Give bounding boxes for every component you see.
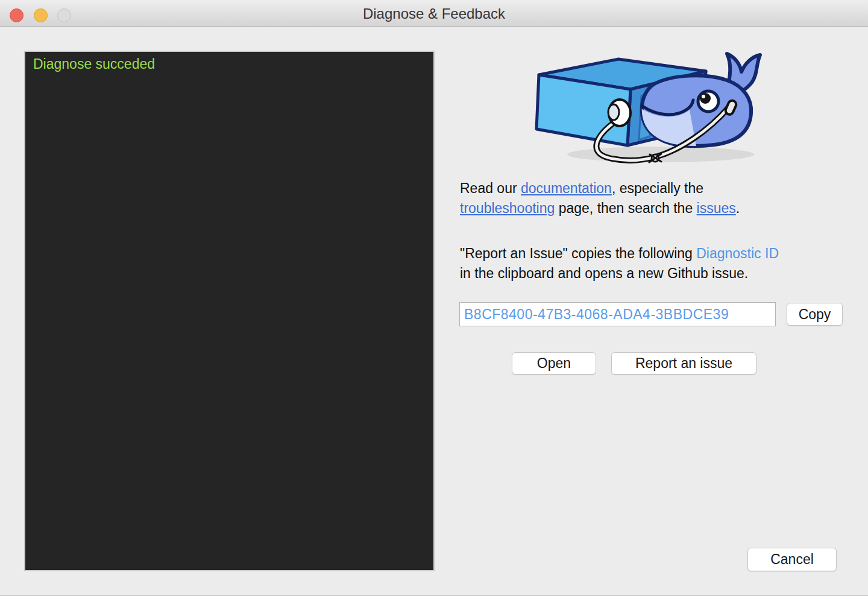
window-title: Diagnose & Feedback — [0, 0, 868, 27]
intro-text: , especially the — [612, 180, 703, 196]
diagnostic-id-label: Diagnostic ID — [696, 246, 779, 261]
report-info-text: "Report an Issue" copies the following — [460, 246, 696, 261]
report-an-issue-button[interactable]: Report an issue — [611, 352, 756, 375]
copy-button[interactable]: Copy — [787, 303, 843, 326]
docker-whale-illustration-icon — [528, 46, 769, 166]
cancel-button[interactable]: Cancel — [747, 548, 837, 571]
documentation-link[interactable]: documentation — [521, 180, 612, 196]
intro-text: page, then search the — [555, 200, 696, 216]
intro-text: Read our — [460, 180, 521, 196]
issues-link[interactable]: issues — [697, 200, 736, 216]
troubleshooting-link[interactable]: troubleshooting — [460, 200, 555, 216]
intro-text: . — [736, 200, 740, 216]
diagnostic-log-area[interactable]: Diagnose succeded — [24, 51, 435, 571]
report-info-paragraph: "Report an Issue" copies the following D… — [460, 244, 779, 284]
diagnostic-id-input[interactable] — [459, 302, 776, 326]
diagnostic-log-text: Diagnose succeded — [33, 56, 155, 72]
intro-paragraph: Read our documentation, especially the t… — [460, 179, 740, 218]
open-button[interactable]: Open — [512, 352, 596, 375]
report-info-text: in the clipboard and opens a new Github … — [460, 265, 748, 281]
titlebar: Diagnose & Feedback — [0, 0, 868, 27]
